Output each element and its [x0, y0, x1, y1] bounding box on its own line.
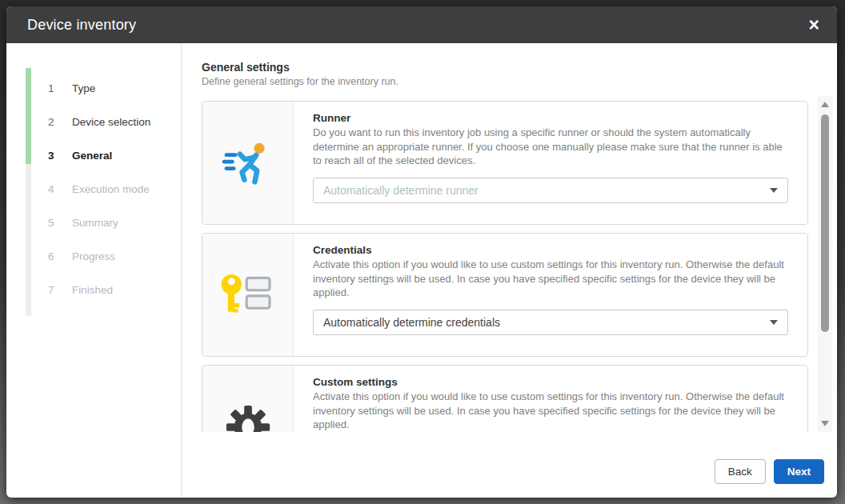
chevron-down-icon [770, 320, 778, 325]
sidebar-item-finished[interactable]: 7 Finished [6, 273, 181, 306]
step-label: Finished [72, 284, 113, 296]
step-label: Summary [72, 217, 118, 229]
wizard-progress-rail [26, 68, 31, 316]
step-number: 2 [48, 116, 62, 128]
scroll-down-icon[interactable] [821, 421, 829, 426]
progress-rail-done [26, 68, 31, 164]
credentials-select-value: Automatically determine credentials [323, 316, 500, 329]
next-button[interactable]: Next [774, 459, 824, 484]
gear-icon [202, 366, 294, 432]
dialog-header: Device inventory × [6, 6, 837, 43]
key-icon [202, 234, 294, 356]
wizard-steps: 1 Type 2 Device selection 3 General 4 Ex… [6, 43, 181, 306]
custom-settings-card-text: Custom settings Activate this option if … [294, 366, 807, 432]
settings-scroll-area: Runner Do you want to run this inventory… [202, 96, 808, 432]
step-label: Progress [72, 250, 115, 262]
back-button[interactable]: Back [715, 459, 766, 484]
credentials-select[interactable]: Automatically determine credentials [313, 310, 788, 335]
sidebar-item-execution-mode[interactable]: 4 Execution mode [6, 172, 181, 206]
card-title: Custom settings [313, 376, 788, 388]
step-content-general: General settings Define general settings… [182, 43, 837, 498]
card-description: Do you want to run this inventory job us… [313, 126, 788, 168]
step-label: Type [72, 82, 95, 94]
custom-settings-card: Custom settings Activate this option if … [202, 365, 808, 432]
step-number: 6 [48, 250, 62, 262]
step-number: 4 [48, 183, 62, 195]
runner-select-value: Automatically determine runner [323, 184, 479, 197]
step-label: Execution mode [72, 183, 150, 195]
runner-icon [202, 102, 294, 224]
runner-card-text: Runner Do you want to run this inventory… [294, 102, 807, 224]
close-icon[interactable]: × [806, 14, 823, 36]
dialog-footer: Back Next [715, 459, 824, 484]
step-number: 1 [48, 82, 62, 94]
runner-card: Runner Do you want to run this inventory… [202, 101, 808, 225]
step-number: 3 [48, 150, 62, 162]
progress-rail-todo [26, 164, 31, 316]
step-label: Device selection [72, 116, 150, 128]
sidebar-item-device-selection[interactable]: 2 Device selection [6, 105, 181, 138]
credentials-card-text: Credentials Activate this option if you … [294, 234, 807, 356]
content-header: General settings Define general settings… [182, 43, 837, 87]
step-number: 5 [48, 217, 62, 229]
sidebar-item-summary[interactable]: 5 Summary [6, 206, 181, 239]
sidebar-item-progress[interactable]: 6 Progress [6, 239, 181, 273]
scroll-up-icon[interactable] [821, 102, 829, 107]
step-number: 7 [48, 284, 62, 296]
sidebar-item-general[interactable]: 3 General [6, 138, 181, 172]
dialog-body: 1 Type 2 Device selection 3 General 4 Ex… [6, 43, 837, 498]
scrollbar-thumb[interactable] [821, 114, 829, 332]
wizard-sidebar: 1 Type 2 Device selection 3 General 4 Ex… [6, 43, 182, 498]
credentials-card: Credentials Activate this option if you … [202, 233, 808, 357]
page-title: General settings [202, 61, 837, 74]
card-title: Credentials [313, 244, 788, 256]
vertical-scrollbar[interactable] [818, 96, 832, 432]
card-title: Runner [313, 112, 788, 124]
card-description: Activate this option if you would like t… [313, 390, 788, 432]
device-inventory-dialog: Device inventory × 1 Type 2 Device selec… [6, 6, 837, 498]
sidebar-item-type[interactable]: 1 Type [6, 71, 181, 105]
card-description: Activate this option if you would like t… [313, 258, 788, 300]
chevron-down-icon [770, 188, 778, 193]
runner-select[interactable]: Automatically determine runner [313, 178, 788, 203]
page-subtitle: Define general settings for the inventor… [202, 76, 837, 87]
dialog-title: Device inventory [27, 17, 136, 34]
step-label: General [72, 150, 112, 162]
